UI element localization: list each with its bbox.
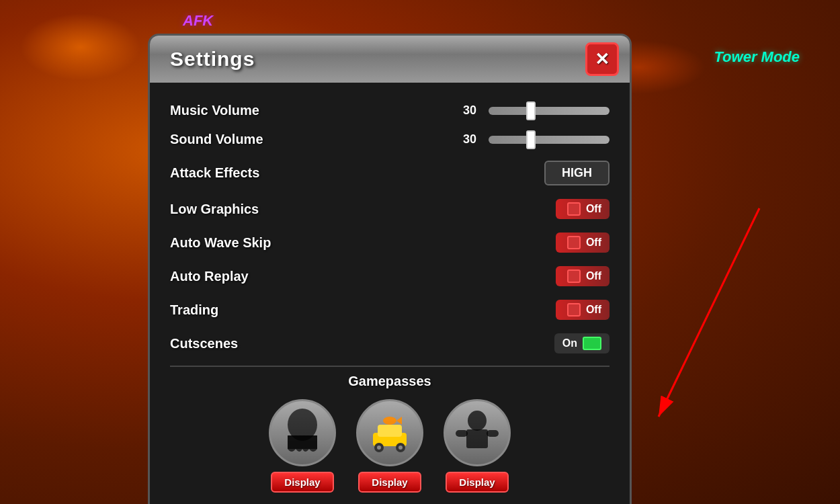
arrow-indicator (638, 202, 773, 437)
toggle-square-icon (567, 236, 581, 249)
music-volume-control: 30 (463, 103, 610, 118)
gamepass-figure-3 (450, 406, 504, 460)
cutscenes-row: Cutscenes On (170, 327, 610, 360)
music-volume-slider[interactable] (489, 107, 610, 115)
gamepass-figure-1 (276, 406, 329, 460)
music-volume-label: Music Volume (170, 103, 259, 118)
auto-replay-toggle-label: Off (586, 270, 601, 282)
auto-wave-skip-toggle[interactable]: Off (556, 233, 610, 253)
svg-point-9 (398, 446, 403, 450)
gamepass-display-button-3[interactable]: Display (446, 472, 508, 493)
afk-label: AFK (183, 12, 213, 30)
gamepasses-row: Display (170, 399, 610, 493)
toggle-square-icon (567, 202, 581, 216)
svg-line-1 (659, 208, 759, 417)
toggle-green-icon (583, 337, 601, 350)
auto-replay-toggle[interactable]: Off (556, 266, 610, 286)
low-graphics-row: Low Graphics Off (170, 192, 610, 226)
cutscenes-label: Cutscenes (170, 336, 238, 351)
trading-toggle-label: Off (586, 304, 601, 316)
settings-modal: Settings ✕ Music Volume 30 Sound Volume … (148, 34, 632, 491)
attack-effects-button[interactable]: HIGH (544, 161, 610, 185)
svg-point-12 (468, 411, 487, 431)
svg-rect-13 (466, 429, 488, 448)
auto-wave-skip-label: Auto Wave Skip (170, 235, 271, 251)
modal-body: Music Volume 30 Sound Volume 30 (150, 83, 630, 504)
modal-container: Settings ✕ Music Volume 30 Sound Volume … (148, 34, 632, 504)
gamepass-item-2: Display (356, 399, 423, 493)
low-graphics-toggle-label: Off (586, 203, 601, 215)
toggle-square-icon (567, 269, 581, 283)
cutscenes-toggle-label: On (562, 337, 577, 349)
music-volume-row: Music Volume 30 (170, 96, 610, 125)
modal-header: Settings ✕ (150, 36, 630, 83)
gamepass-item-3: Display (444, 399, 511, 493)
sound-volume-control: 30 (463, 132, 610, 146)
bg-decoration-1 (20, 13, 141, 81)
music-volume-value: 30 (463, 103, 483, 118)
gamepass-circle-3 (444, 399, 511, 466)
section-divider (170, 366, 610, 367)
gamepass-circle-1 (269, 399, 336, 466)
sound-volume-slider[interactable] (489, 136, 610, 144)
gamepass-circle-2 (356, 399, 423, 466)
trading-row: Trading Off (170, 293, 610, 327)
toggle-square-icon (567, 303, 581, 317)
svg-rect-15 (487, 430, 499, 437)
sound-volume-value: 30 (463, 132, 483, 146)
sound-volume-row: Sound Volume 30 (170, 125, 610, 154)
music-volume-thumb[interactable] (526, 101, 536, 120)
svg-rect-14 (456, 430, 468, 437)
gamepass-item-1: Display (269, 399, 336, 493)
gamepass-display-button-2[interactable]: Display (358, 472, 421, 493)
auto-replay-row: Auto Replay Off (170, 259, 610, 293)
sound-volume-label: Sound Volume (170, 132, 263, 147)
auto-wave-skip-row: Auto Wave Skip Off (170, 226, 610, 259)
low-graphics-toggle[interactable]: Off (556, 199, 610, 219)
modal-title: Settings (150, 48, 255, 71)
trading-toggle[interactable]: Off (556, 300, 610, 320)
sound-volume-thumb[interactable] (526, 130, 536, 149)
attack-effects-label: Attack Effects (170, 165, 259, 181)
svg-point-10 (383, 417, 396, 425)
attack-effects-row: Attack Effects HIGH (170, 154, 610, 192)
auto-replay-label: Auto Replay (170, 269, 249, 284)
cutscenes-toggle[interactable]: On (554, 333, 610, 353)
svg-rect-5 (378, 425, 402, 437)
gamepass-figure-2 (363, 406, 417, 460)
tower-mode-label: Tower Mode (714, 48, 800, 66)
svg-point-8 (377, 446, 381, 450)
arrow-svg (638, 202, 773, 437)
trading-label: Trading (170, 302, 218, 318)
low-graphics-label: Low Graphics (170, 202, 259, 217)
auto-wave-skip-toggle-label: Off (586, 237, 601, 249)
close-button[interactable]: ✕ (585, 42, 619, 76)
gamepass-display-button-1[interactable]: Display (271, 472, 333, 493)
svg-marker-11 (396, 417, 402, 425)
gamepasses-title: Gamepasses (170, 374, 610, 389)
